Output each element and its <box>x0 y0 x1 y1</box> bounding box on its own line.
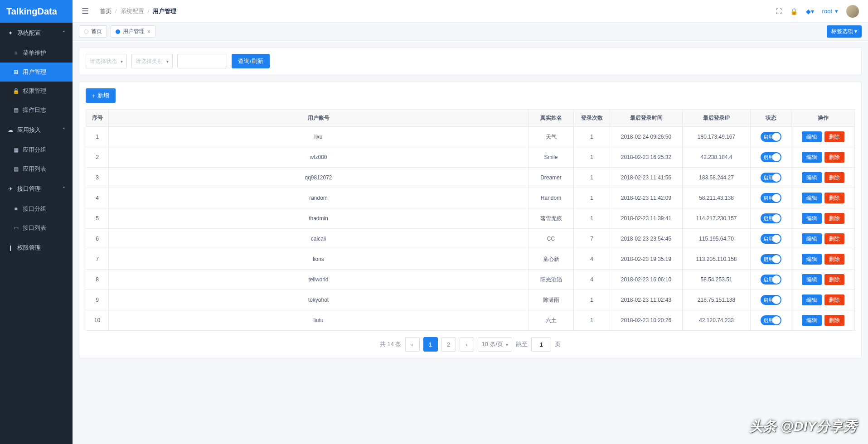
sidebar-item[interactable]: 🔒权限管理 <box>0 82 73 101</box>
tab-dot-icon <box>84 29 88 34</box>
edit-button[interactable]: 编辑 <box>802 274 822 285</box>
search-input[interactable] <box>177 54 227 68</box>
cell-actions: 编辑 删除 <box>791 270 855 290</box>
status-toggle[interactable]: 启用 <box>761 173 781 183</box>
cell-account: random <box>109 188 529 208</box>
table-row: 6 caicaii CC 7 2018-02-23 23:54:45 115.1… <box>86 229 855 249</box>
cell-count: 1 <box>574 208 610 229</box>
status-toggle[interactable]: 启用 <box>761 152 781 162</box>
cell-ip: 183.58.244.27 <box>683 168 751 188</box>
sidebar-group-title[interactable]: ✈接口管理˄ <box>0 179 73 199</box>
sidebar-item[interactable]: ▦应用分组 <box>0 140 73 159</box>
status-toggle[interactable]: 启用 <box>761 234 781 244</box>
toggle-label: 启用 <box>763 154 773 161</box>
sidebar-group-title[interactable]: ✦系统配置˄ <box>0 23 73 43</box>
delete-button[interactable]: 删除 <box>824 315 844 326</box>
delete-button[interactable]: 删除 <box>824 193 844 203</box>
menu-toggle-icon[interactable]: ☰ <box>82 6 89 16</box>
group-icon: ✈ <box>7 186 14 192</box>
status-toggle[interactable]: 启用 <box>761 193 781 203</box>
item-icon: ▤ <box>13 166 19 172</box>
cell-count: 1 <box>574 168 610 188</box>
edit-button[interactable]: 编辑 <box>802 233 822 244</box>
status-toggle[interactable]: 启用 <box>761 213 781 223</box>
edit-button[interactable]: 编辑 <box>802 315 822 326</box>
cell-name: CC <box>529 229 574 249</box>
item-icon: ■ <box>13 206 19 212</box>
delete-button[interactable]: 删除 <box>824 233 844 244</box>
sidebar-item[interactable]: ≡菜单维护 <box>0 43 73 63</box>
breadcrumb-section[interactable]: 系统配置 <box>121 7 144 15</box>
cell-idx: 5 <box>86 208 109 229</box>
sidebar-item[interactable]: ▤操作日志 <box>0 101 73 120</box>
cell-idx: 8 <box>86 270 109 290</box>
page-number-button[interactable]: 1 <box>423 337 438 352</box>
sidebar-item[interactable]: ▭接口列表 <box>0 218 73 237</box>
toggle-label: 启用 <box>763 195 773 202</box>
avatar[interactable] <box>846 5 859 18</box>
status-placeholder: 请选择状态 <box>90 58 117 65</box>
jump-input[interactable] <box>531 337 551 352</box>
cell-status: 启用 <box>751 249 791 270</box>
edit-button[interactable]: 编辑 <box>802 193 822 203</box>
status-select[interactable]: 请选择状态 ▾ <box>86 54 127 68</box>
brand-logo: TalkingData <box>0 0 73 23</box>
tab[interactable]: 首页 <box>79 25 107 38</box>
user-menu[interactable]: root ▾ <box>822 8 838 14</box>
theme-icon[interactable]: ◆▾ <box>806 8 814 15</box>
delete-button[interactable]: 删除 <box>824 172 844 183</box>
edit-button[interactable]: 编辑 <box>802 213 822 224</box>
cell-actions: 编辑 删除 <box>791 127 855 147</box>
page-number-button[interactable]: 2 <box>441 337 456 352</box>
cell-actions: 编辑 删除 <box>791 168 855 188</box>
delete-button[interactable]: 删除 <box>824 294 844 305</box>
group-icon: ☁ <box>7 127 14 133</box>
prev-page-button[interactable]: ‹ <box>405 337 420 352</box>
sidebar-item[interactable]: ▤应用列表 <box>0 159 73 179</box>
search-button[interactable]: 查询/刷新 <box>232 54 270 68</box>
next-page-button[interactable]: › <box>460 337 474 352</box>
status-toggle[interactable]: 启用 <box>761 275 781 285</box>
edit-button[interactable]: 编辑 <box>802 152 822 163</box>
tab[interactable]: 用户管理× <box>111 25 155 38</box>
delete-button[interactable]: 删除 <box>824 131 844 142</box>
status-toggle[interactable]: 启用 <box>761 315 781 325</box>
add-button[interactable]: + 新增 <box>86 88 116 103</box>
status-toggle[interactable]: 启用 <box>761 254 781 264</box>
fullscreen-icon[interactable]: ⛶ <box>776 8 782 15</box>
breadcrumb-home[interactable]: 首页 <box>100 7 112 15</box>
cell-idx: 1 <box>86 127 109 147</box>
table-header: 最后登录IP <box>683 110 751 127</box>
edit-button[interactable]: 编辑 <box>802 131 822 142</box>
sidebar-item[interactable]: ⊞用户管理 <box>0 63 73 82</box>
delete-button[interactable]: 删除 <box>824 274 844 285</box>
cell-actions: 编辑 删除 <box>791 310 855 331</box>
status-toggle[interactable]: 启用 <box>761 132 781 142</box>
delete-button[interactable]: 删除 <box>824 254 844 265</box>
page-size-select[interactable]: 10 条/页 ▾ <box>478 337 513 352</box>
cell-account: qq9812072 <box>109 168 529 188</box>
lock-icon[interactable]: 🔒 <box>790 8 798 15</box>
item-label: 应用分组 <box>23 146 46 154</box>
sidebar-group-title[interactable]: ❙权限管理 <box>0 237 73 258</box>
sidebar-group-title[interactable]: ☁应用接入˄ <box>0 120 73 140</box>
delete-button[interactable]: 删除 <box>824 213 844 224</box>
close-icon[interactable]: × <box>147 29 150 35</box>
edit-button[interactable]: 编辑 <box>802 294 822 305</box>
chevron-down-icon: ▾ <box>835 8 838 14</box>
table-row: 1 lixu 天气 1 2018-02-24 09:26:50 180.173.… <box>86 127 855 147</box>
type-select[interactable]: 请选择类别 ▾ <box>131 54 173 68</box>
delete-button[interactable]: 删除 <box>824 152 844 163</box>
edit-button[interactable]: 编辑 <box>802 172 822 183</box>
tab-options-button[interactable]: 标签选项 ▾ <box>827 25 862 38</box>
toggle-knob <box>772 235 781 243</box>
status-toggle[interactable]: 启用 <box>761 295 781 305</box>
cell-status: 启用 <box>751 290 791 310</box>
add-label: 新增 <box>97 92 109 100</box>
edit-button[interactable]: 编辑 <box>802 254 822 265</box>
page-suffix: 页 <box>555 340 561 348</box>
sidebar-item[interactable]: ■接口分组 <box>0 199 73 218</box>
cell-name: 阳光滔滔 <box>529 270 574 290</box>
table-header: 操作 <box>791 110 855 127</box>
tabbar: 首页用户管理× 标签选项 ▾ <box>73 23 868 41</box>
